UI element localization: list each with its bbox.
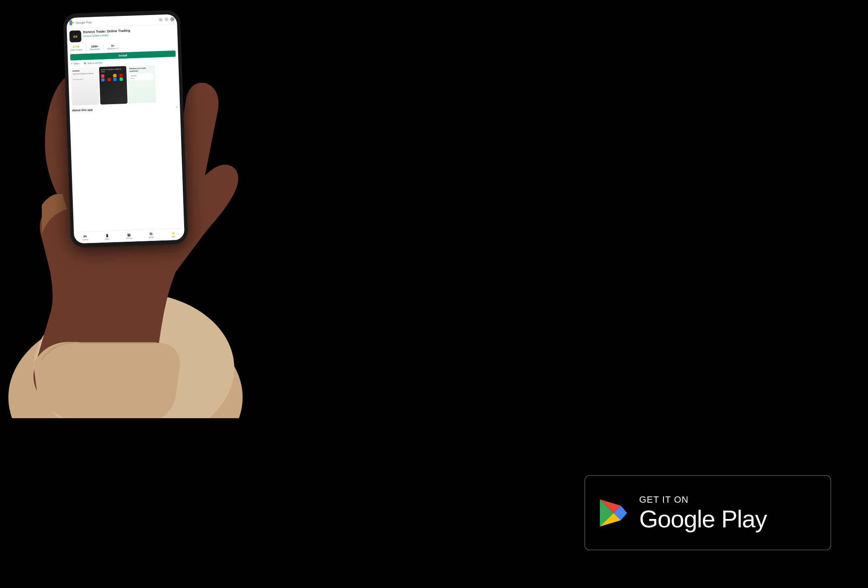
app-icon-grid <box>101 74 125 82</box>
wishlist-label: Add to wishlist <box>87 61 102 64</box>
google-play-text: Google Play <box>76 20 92 24</box>
about-arrow: › <box>176 105 177 109</box>
icon-4 <box>119 74 123 77</box>
games-icon: 🎮 <box>83 235 87 238</box>
app-icon-text: ex <box>73 34 77 38</box>
account-icon[interactable] <box>170 17 174 21</box>
screenshot-1: exness Trade with confidence on the go. … <box>71 67 99 105</box>
badge-text: GET IT ON Google Play <box>639 494 767 531</box>
share-button[interactable]: ↗ Share <box>70 62 79 65</box>
share-icon: ↗ <box>70 62 72 65</box>
ss3-title: Withdraw your funds seamlessly <box>129 67 153 72</box>
screenshot-2: Invest in stocks, metals & more <box>99 66 128 105</box>
wishlist-button[interactable]: 🔖 Add to wishlist <box>84 61 102 65</box>
stat-downloads: 10M+ Downloads <box>90 45 100 51</box>
stat-rating: 4.7★ 133K reviews <box>70 45 82 51</box>
main-scene: Google Play 🔍 ? ex Exness Trade: Online … <box>0 0 868 588</box>
share-label: Share <box>73 62 79 65</box>
icon-8 <box>119 77 123 81</box>
search-icon[interactable]: 🔍 <box>159 18 163 22</box>
google-play-badge[interactable]: GET IT ON Google Play <box>584 475 831 550</box>
svg-marker-4 <box>72 21 74 24</box>
nav-games[interactable]: 🎮 Games <box>74 234 96 241</box>
stat-divider-1 <box>86 44 87 51</box>
rating-label: 133K reviews <box>70 48 82 51</box>
phone-screen: Google Play 🔍 ? ex Exness Trade: Online … <box>67 14 185 244</box>
ss1-text: Trade with confidence on the go. <box>72 72 96 75</box>
help-icon[interactable]: ? <box>164 17 169 21</box>
icon-6 <box>107 78 110 81</box>
movies-icon: 🎬 <box>127 233 131 236</box>
nav-kids[interactable]: ⭐ Kids <box>162 231 184 238</box>
about-label: About this app <box>72 108 92 112</box>
bottom-navigation: 🎮 Games 📱 Apps 🎬 Movies 📚 Books ⭐ <box>74 228 185 243</box>
header-icons: 🔍 ? <box>159 17 174 22</box>
icon-1 <box>101 74 104 78</box>
apps-icon: 📱 <box>105 234 109 237</box>
nav-apps[interactable]: 📱 Apps <box>96 233 118 240</box>
wishlist-icon: 🔖 <box>84 62 87 64</box>
screenshot-3: Withdraw your funds seamlessly Accounts … <box>128 65 156 103</box>
icon-7 <box>113 78 117 81</box>
books-label: Books <box>149 236 154 238</box>
stat-divider-2 <box>103 44 104 51</box>
icon-3 <box>113 74 116 77</box>
icon-2 <box>107 74 110 77</box>
ss3-accounts: Accounts 800.8+ <box>129 73 154 81</box>
google-play-badge-text: Google Play <box>639 507 767 531</box>
nav-books[interactable]: 📚 Books <box>140 232 162 239</box>
app-details: Exness Trade: Online Trading Exness Glob… <box>83 27 175 37</box>
games-label: Games <box>82 238 88 241</box>
icon-5 <box>101 78 105 82</box>
nav-movies[interactable]: 🎬 Movies <box>118 233 140 239</box>
play-store-icon <box>69 20 75 26</box>
phone-device: Google Play 🔍 ? ex Exness Trade: Online … <box>63 10 188 248</box>
phone-notch <box>109 11 134 15</box>
get-it-on-text: GET IT ON <box>639 494 767 505</box>
books-icon: 📚 <box>149 232 153 235</box>
ss1-brand: exness <box>72 69 96 72</box>
downloads-label: Downloads <box>90 48 100 51</box>
apps-label: Apps <box>105 238 109 240</box>
ss2-title: Invest in stocks, metals & more <box>101 68 125 73</box>
kids-label: Kids <box>172 235 175 238</box>
ss1-footer: Forbes Bloomberg <box>73 78 97 80</box>
play-store-badge-icon <box>598 497 629 529</box>
kids-icon: ⭐ <box>172 232 175 235</box>
app-icon: ex <box>69 31 82 43</box>
age-label: Rated for 1+ <box>107 47 119 50</box>
stat-age: 3+ Rated for 1+ <box>107 44 119 50</box>
google-play-logo: Google Play <box>69 17 157 26</box>
screenshots-section: exness Trade with confidence on the go. … <box>68 62 180 107</box>
movies-label: Movies <box>126 237 132 239</box>
